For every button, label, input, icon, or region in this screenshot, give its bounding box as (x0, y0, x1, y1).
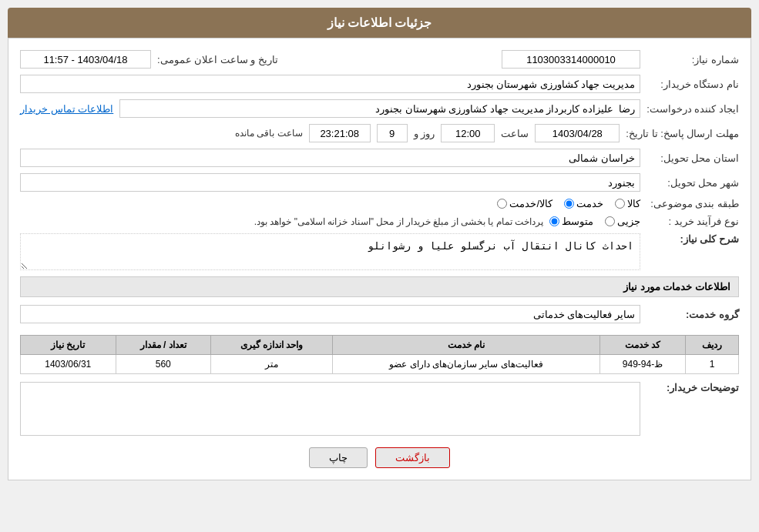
tabaqe-kala-khedmat-label: کالا/خدمت (509, 198, 552, 209)
noefarayand-motevaset-label: متوسط (562, 216, 593, 227)
khadamat-section-header: اطلاعات خدمات مورد نیاز (20, 276, 739, 297)
cell-radif: 1 (686, 355, 739, 374)
namDastgah-label: نام دستگاه خریدار: (646, 79, 739, 90)
ijadKonande-label: ایجاد کننده درخواست: (646, 103, 739, 115)
col-tedad: تعداد / مقدار (116, 336, 210, 355)
shomareNiaz-input[interactable] (502, 50, 640, 69)
tabaqe-khedmat[interactable]: خدمت (564, 198, 603, 209)
mohlat-date-input[interactable] (535, 124, 620, 142)
sharh-textarea[interactable] (20, 233, 640, 270)
noefarayand-note: پرداخت تمام یا بخشی از مبلغ خریدار از مح… (254, 216, 543, 227)
shomareNiaz-label: شماره نیاز: (646, 54, 739, 65)
button-row: بازگشت چاپ (20, 447, 739, 468)
mohlat-roz-input[interactable] (377, 124, 408, 142)
tabaqe-label: طبقه بندی موضوعی: (646, 198, 739, 209)
mohlat-mande-label: ساعت باقی مانده (235, 128, 303, 139)
ostan-input[interactable] (20, 149, 640, 167)
services-table: ردیف کد خدمت نام خدمت واحد اندازه گیری ت… (20, 335, 739, 374)
mohlat-label: مهلت ارسال پاسخ: تا تاریخ: (626, 128, 739, 139)
back-button[interactable]: بازگشت (375, 447, 450, 468)
noefarayand-label: نوع فرآیند خرید : (646, 216, 739, 227)
cell-tedad: 560 (116, 355, 210, 374)
grohe-label: گروه خدمت: (646, 309, 739, 320)
table-row: 1 ظ-94-949 فعالیت‌های سایر سازمان‌های دا… (21, 355, 739, 374)
tabaqe-khedmat-label: خدمت (576, 198, 603, 209)
services-table-section: ردیف کد خدمت نام خدمت واحد اندازه گیری ت… (20, 335, 739, 374)
tabaqe-kala[interactable]: کالا (615, 198, 640, 209)
noefarayand-radio-group: جزیی متوسط (549, 216, 640, 227)
page-title: جزئیات اطلاعات نیاز (8, 8, 751, 38)
col-kod: کد خدمت (599, 336, 685, 355)
tabaqe-radio-group: کالا خدمت کالا/خدمت (497, 198, 640, 209)
etelaat-link[interactable]: اطلاعات تماس خریدار (20, 103, 113, 115)
shahr-label: شهر محل تحویل: (646, 177, 739, 189)
cell-vahed: متر (210, 355, 332, 374)
cell-tarikh: 1403/06/31 (21, 355, 116, 374)
mohlat-roz-label: روز و (414, 128, 435, 139)
ijadKonande-input[interactable] (119, 99, 640, 118)
tabaqe-kala-label: کالا (627, 198, 640, 209)
col-radif: ردیف (686, 336, 739, 355)
col-name: نام خدمت (333, 336, 600, 355)
sharh-label: شرح کلی نیاز: (646, 233, 739, 245)
tarikh-label: تاریخ و ساعت اعلان عمومی: (157, 54, 278, 65)
namDastgah-input[interactable] (20, 75, 640, 93)
cell-kod: ظ-94-949 (599, 355, 685, 374)
grohe-input[interactable] (20, 305, 640, 323)
shahr-input[interactable] (20, 173, 640, 192)
ostan-label: استان محل تحویل: (646, 152, 739, 164)
cell-name: فعالیت‌های سایر سازمان‌های دارای عضو (333, 355, 600, 374)
mohlat-saat-input[interactable] (441, 124, 495, 142)
tozihat-label: توضیحات خریدار: (646, 382, 739, 393)
noefarayand-motevaset[interactable]: متوسط (549, 216, 593, 227)
noefarayand-jozii-label: جزیی (617, 216, 640, 227)
noefarayand-jozii[interactable]: جزیی (605, 216, 640, 227)
tabaqe-kala-khedmat[interactable]: کالا/خدمت (497, 198, 552, 209)
tarikh-input[interactable] (20, 50, 151, 69)
col-vahed: واحد اندازه گیری (210, 336, 332, 355)
col-tarikh: تاریخ نیاز (21, 336, 116, 355)
mohlat-saat-label: ساعت (501, 128, 529, 139)
print-button[interactable]: چاپ (309, 447, 368, 468)
mohlat-mande-input (309, 124, 371, 142)
tozihat-textarea[interactable] (20, 382, 640, 436)
